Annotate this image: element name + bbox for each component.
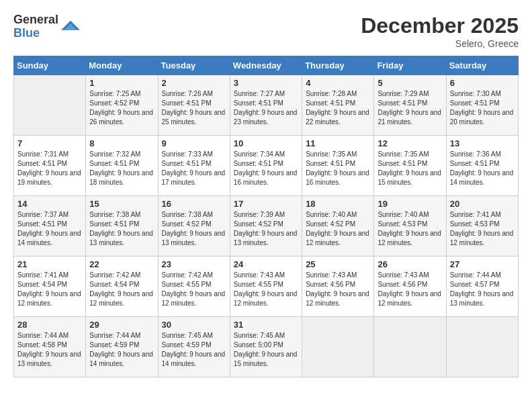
- day-number: 6: [450, 78, 515, 88]
- day-info: Sunrise: 7:40 AMSunset: 4:53 PMDaylight:…: [378, 210, 442, 248]
- day-cell: 13Sunrise: 7:36 AMSunset: 4:51 PMDayligh…: [446, 136, 518, 196]
- day-info: Sunrise: 7:27 AMSunset: 4:51 PMDaylight:…: [234, 89, 298, 127]
- day-info: Sunrise: 7:44 AMSunset: 4:58 PMDaylight:…: [17, 331, 82, 369]
- day-cell: 29Sunrise: 7:44 AMSunset: 4:59 PMDayligh…: [86, 317, 158, 377]
- day-info: Sunrise: 7:26 AMSunset: 4:51 PMDaylight:…: [162, 89, 226, 127]
- day-cell: 6Sunrise: 7:30 AMSunset: 4:51 PMDaylight…: [446, 75, 518, 136]
- day-cell: [302, 317, 374, 377]
- day-number: 23: [162, 259, 226, 269]
- header-cell-thursday: Thursday: [302, 56, 374, 75]
- day-cell: 26Sunrise: 7:43 AMSunset: 4:56 PMDayligh…: [374, 257, 446, 317]
- day-number: 20: [450, 199, 515, 209]
- day-number: 25: [306, 259, 370, 269]
- day-number: 13: [450, 138, 515, 148]
- day-number: 8: [89, 138, 154, 148]
- day-info: Sunrise: 7:35 AMSunset: 4:51 PMDaylight:…: [306, 150, 370, 187]
- day-number: 12: [378, 138, 442, 148]
- day-number: 30: [162, 320, 226, 330]
- day-info: Sunrise: 7:32 AMSunset: 4:51 PMDaylight:…: [89, 150, 154, 187]
- day-number: 22: [89, 259, 154, 269]
- day-info: Sunrise: 7:45 AMSunset: 5:00 PMDaylight:…: [234, 331, 298, 369]
- day-cell: 5Sunrise: 7:29 AMSunset: 4:51 PMDaylight…: [374, 75, 446, 136]
- day-number: 10: [234, 138, 298, 148]
- day-number: 3: [234, 78, 298, 88]
- day-number: 29: [89, 320, 154, 330]
- day-info: Sunrise: 7:42 AMSunset: 4:55 PMDaylight:…: [162, 271, 226, 308]
- day-cell: 19Sunrise: 7:40 AMSunset: 4:53 PMDayligh…: [374, 196, 446, 257]
- week-row-3: 21Sunrise: 7:41 AMSunset: 4:54 PMDayligh…: [14, 257, 519, 317]
- day-cell: 17Sunrise: 7:39 AMSunset: 4:52 PMDayligh…: [230, 196, 302, 257]
- day-cell: 22Sunrise: 7:42 AMSunset: 4:54 PMDayligh…: [86, 257, 158, 317]
- day-cell: 1Sunrise: 7:25 AMSunset: 4:52 PMDaylight…: [86, 75, 158, 136]
- day-info: Sunrise: 7:41 AMSunset: 4:53 PMDaylight:…: [450, 210, 515, 248]
- day-cell: 8Sunrise: 7:32 AMSunset: 4:51 PMDaylight…: [86, 136, 158, 196]
- day-number: 21: [17, 259, 82, 269]
- day-number: 2: [162, 78, 226, 88]
- day-info: Sunrise: 7:35 AMSunset: 4:51 PMDaylight:…: [378, 150, 442, 187]
- month-title: December 2025: [361, 13, 519, 38]
- day-info: Sunrise: 7:39 AMSunset: 4:52 PMDaylight:…: [234, 210, 298, 248]
- week-row-0: 1Sunrise: 7:25 AMSunset: 4:52 PMDaylight…: [14, 75, 519, 136]
- day-info: Sunrise: 7:38 AMSunset: 4:51 PMDaylight:…: [89, 210, 154, 248]
- day-info: Sunrise: 7:33 AMSunset: 4:51 PMDaylight:…: [162, 150, 226, 187]
- day-number: 16: [162, 199, 226, 209]
- day-cell: 3Sunrise: 7:27 AMSunset: 4:51 PMDaylight…: [230, 75, 302, 136]
- day-info: Sunrise: 7:36 AMSunset: 4:51 PMDaylight:…: [450, 150, 515, 187]
- day-cell: 27Sunrise: 7:44 AMSunset: 4:57 PMDayligh…: [446, 257, 518, 317]
- logo-text: General Blue: [13, 13, 58, 40]
- day-cell: 21Sunrise: 7:41 AMSunset: 4:54 PMDayligh…: [14, 257, 86, 317]
- day-number: 28: [17, 320, 82, 330]
- day-cell: 4Sunrise: 7:28 AMSunset: 4:51 PMDaylight…: [302, 75, 374, 136]
- day-cell: 18Sunrise: 7:40 AMSunset: 4:52 PMDayligh…: [302, 196, 374, 257]
- header-cell-wednesday: Wednesday: [230, 56, 302, 75]
- day-info: Sunrise: 7:31 AMSunset: 4:51 PMDaylight:…: [17, 150, 82, 187]
- day-cell: 25Sunrise: 7:43 AMSunset: 4:56 PMDayligh…: [302, 257, 374, 317]
- day-cell: [14, 75, 86, 136]
- day-info: Sunrise: 7:29 AMSunset: 4:51 PMDaylight:…: [378, 89, 442, 127]
- logo-icon: [61, 17, 80, 36]
- day-cell: 2Sunrise: 7:26 AMSunset: 4:51 PMDaylight…: [158, 75, 230, 136]
- logo-general: General: [13, 13, 58, 27]
- day-info: Sunrise: 7:37 AMSunset: 4:51 PMDaylight:…: [17, 210, 82, 248]
- day-info: Sunrise: 7:38 AMSunset: 4:52 PMDaylight:…: [162, 210, 226, 248]
- day-info: Sunrise: 7:42 AMSunset: 4:54 PMDaylight:…: [89, 271, 154, 308]
- day-number: 31: [234, 320, 298, 330]
- day-number: 14: [17, 199, 82, 209]
- title-area: December 2025 Selero, Greece: [361, 13, 519, 49]
- day-number: 24: [234, 259, 298, 269]
- day-number: 1: [89, 78, 154, 88]
- day-cell: 10Sunrise: 7:34 AMSunset: 4:51 PMDayligh…: [230, 136, 302, 196]
- header-cell-tuesday: Tuesday: [158, 56, 230, 75]
- day-number: 9: [162, 138, 226, 148]
- week-row-2: 14Sunrise: 7:37 AMSunset: 4:51 PMDayligh…: [14, 196, 519, 257]
- day-info: Sunrise: 7:45 AMSunset: 4:59 PMDaylight:…: [162, 331, 226, 369]
- day-cell: 11Sunrise: 7:35 AMSunset: 4:51 PMDayligh…: [302, 136, 374, 196]
- logo: General Blue: [13, 13, 80, 40]
- day-cell: 24Sunrise: 7:43 AMSunset: 4:55 PMDayligh…: [230, 257, 302, 317]
- calendar-table: SundayMondayTuesdayWednesdayThursdayFrid…: [13, 56, 519, 377]
- day-cell: [446, 317, 518, 377]
- day-number: 7: [17, 138, 82, 148]
- day-number: 4: [306, 78, 370, 88]
- page-header: General Blue December 2025 Selero, Greec…: [13, 13, 519, 49]
- day-cell: 12Sunrise: 7:35 AMSunset: 4:51 PMDayligh…: [374, 136, 446, 196]
- day-cell: 30Sunrise: 7:45 AMSunset: 4:59 PMDayligh…: [158, 317, 230, 377]
- week-row-1: 7Sunrise: 7:31 AMSunset: 4:51 PMDaylight…: [14, 136, 519, 196]
- day-number: 17: [234, 199, 298, 209]
- day-number: 15: [89, 199, 154, 209]
- day-info: Sunrise: 7:41 AMSunset: 4:54 PMDaylight:…: [17, 271, 82, 308]
- day-cell: 31Sunrise: 7:45 AMSunset: 5:00 PMDayligh…: [230, 317, 302, 377]
- day-info: Sunrise: 7:44 AMSunset: 4:59 PMDaylight:…: [89, 331, 154, 369]
- day-info: Sunrise: 7:43 AMSunset: 4:55 PMDaylight:…: [234, 271, 298, 308]
- day-number: 19: [378, 199, 442, 209]
- day-cell: [374, 317, 446, 377]
- day-cell: 9Sunrise: 7:33 AMSunset: 4:51 PMDaylight…: [158, 136, 230, 196]
- day-info: Sunrise: 7:40 AMSunset: 4:52 PMDaylight:…: [306, 210, 370, 248]
- day-info: Sunrise: 7:25 AMSunset: 4:52 PMDaylight:…: [89, 89, 154, 127]
- week-row-4: 28Sunrise: 7:44 AMSunset: 4:58 PMDayligh…: [14, 317, 519, 377]
- day-info: Sunrise: 7:44 AMSunset: 4:57 PMDaylight:…: [450, 271, 515, 308]
- logo-blue: Blue: [13, 27, 58, 40]
- day-info: Sunrise: 7:28 AMSunset: 4:51 PMDaylight:…: [306, 89, 370, 127]
- day-cell: 16Sunrise: 7:38 AMSunset: 4:52 PMDayligh…: [158, 196, 230, 257]
- header-cell-monday: Monday: [86, 56, 158, 75]
